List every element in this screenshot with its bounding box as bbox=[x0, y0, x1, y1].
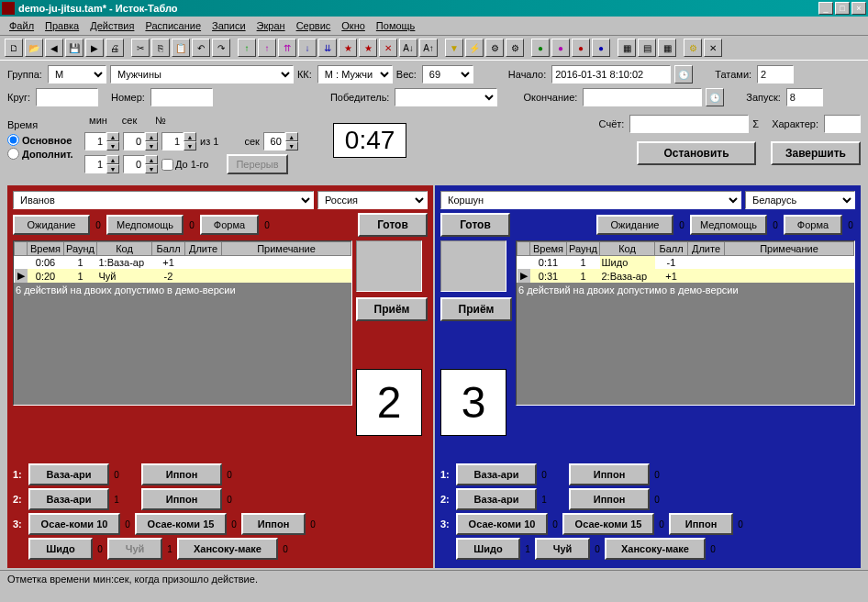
blue-ippon3-button[interactable]: Иппон bbox=[669, 513, 733, 535]
radio-main[interactable]: Основное bbox=[7, 134, 81, 146]
forward-icon[interactable]: ▶ bbox=[85, 39, 104, 57]
red-med-button[interactable]: Медпомощь bbox=[106, 215, 184, 235]
blue-vaza2-button[interactable]: Ваза-ари bbox=[456, 488, 537, 510]
blue-country-select[interactable]: Беларусь bbox=[745, 191, 855, 209]
min-input[interactable] bbox=[84, 132, 106, 150]
win2-icon[interactable]: ▤ bbox=[638, 39, 656, 57]
number-input[interactable] bbox=[150, 88, 213, 106]
sort-icon[interactable]: A↓ bbox=[399, 39, 417, 57]
red-recv-button[interactable]: Приём bbox=[356, 297, 428, 321]
menu-window[interactable]: Окно bbox=[336, 19, 371, 32]
menu-records[interactable]: Записи bbox=[206, 19, 251, 32]
finish-button[interactable]: Завершить bbox=[771, 141, 861, 165]
emin-input[interactable] bbox=[84, 155, 106, 173]
red-shido-button[interactable]: Шидо bbox=[28, 538, 93, 560]
x-icon[interactable]: ✕ bbox=[704, 39, 722, 57]
menu-schedule[interactable]: Расписание bbox=[139, 19, 206, 32]
red-form-button[interactable]: Форма bbox=[200, 215, 259, 235]
end-input[interactable] bbox=[583, 88, 702, 106]
dn2-icon[interactable]: ⇊ bbox=[318, 39, 337, 57]
sec-input[interactable] bbox=[123, 132, 145, 150]
red-osae15-button[interactable]: Осае-коми 15 bbox=[135, 513, 227, 535]
blue-vaza1-button[interactable]: Ваза-ари bbox=[456, 463, 537, 485]
menu-service[interactable]: Сервис bbox=[291, 19, 337, 32]
radio-extra[interactable]: Дополнит. bbox=[7, 148, 81, 160]
blue-recv-button[interactable]: Приём bbox=[440, 297, 512, 321]
paste-icon[interactable]: 📋 bbox=[172, 39, 190, 57]
red-ippon3-button[interactable]: Иппон bbox=[241, 513, 306, 535]
new-icon[interactable]: 🗋 bbox=[5, 39, 23, 57]
cross-icon[interactable]: ✕ bbox=[379, 39, 397, 57]
undo-icon[interactable]: ↶ bbox=[192, 39, 210, 57]
dn-icon[interactable]: ↓ bbox=[298, 39, 317, 57]
red-hansoku-button[interactable]: Хансоку-маке bbox=[177, 538, 278, 560]
save-icon[interactable]: 💾 bbox=[65, 39, 83, 57]
back-icon[interactable]: ◀ bbox=[45, 39, 63, 57]
open-icon[interactable]: 📂 bbox=[25, 39, 43, 57]
menu-screen[interactable]: Экран bbox=[251, 19, 291, 32]
blue-osae10-button[interactable]: Осае-коми 10 bbox=[456, 513, 548, 535]
score-input[interactable] bbox=[629, 115, 749, 133]
blue-ippon1-button[interactable]: Иппон bbox=[569, 463, 650, 485]
esec-input[interactable] bbox=[123, 155, 145, 173]
t2-icon[interactable]: ● bbox=[551, 39, 570, 57]
no-input[interactable] bbox=[161, 132, 184, 150]
cut-icon[interactable]: ✂ bbox=[131, 39, 150, 57]
up-arrow-icon[interactable]: ↑ bbox=[238, 39, 256, 57]
circle-input[interactable] bbox=[36, 88, 98, 106]
blue-name-select[interactable]: Коршун bbox=[440, 191, 741, 209]
red-name-select[interactable]: Иванов bbox=[13, 191, 314, 209]
cfg2-icon[interactable]: ⚙ bbox=[506, 39, 524, 57]
cfg-icon[interactable]: ⚙ bbox=[485, 39, 504, 57]
spin-up-icon[interactable]: ▲ bbox=[106, 132, 119, 141]
copy-icon[interactable]: ⎘ bbox=[151, 39, 170, 57]
minimize-button[interactable]: _ bbox=[818, 2, 833, 15]
tatami-input[interactable] bbox=[757, 65, 794, 84]
break-button[interactable]: Перерыв bbox=[227, 154, 287, 174]
red-ippon2-button[interactable]: Иппон bbox=[141, 488, 222, 510]
doc-icon[interactable]: ▦ bbox=[658, 39, 676, 57]
menu-file[interactable]: Файл bbox=[4, 19, 39, 32]
star2-icon[interactable]: ★ bbox=[359, 39, 377, 57]
gear-icon[interactable]: ⚙ bbox=[684, 39, 702, 57]
end-clock-icon[interactable]: 🕒 bbox=[706, 88, 724, 106]
red-country-select[interactable]: Россия bbox=[317, 191, 428, 209]
star-icon[interactable]: ★ bbox=[339, 39, 357, 57]
weight-select[interactable]: 69 bbox=[422, 65, 473, 84]
maximize-button[interactable]: □ bbox=[835, 2, 850, 15]
blue-ready-button[interactable]: Готов bbox=[440, 213, 510, 237]
blue-med-button[interactable]: Медпомощь bbox=[690, 215, 767, 235]
red-waiting-button[interactable]: Ожидание bbox=[13, 215, 90, 235]
red-ippon1-button[interactable]: Иппон bbox=[141, 463, 222, 485]
red-vaza1-button[interactable]: Ваза-ари bbox=[28, 463, 109, 485]
t3-icon[interactable]: ● bbox=[572, 39, 590, 57]
table-row[interactable]: ▶ 0:3112:Ваза-ар+1 bbox=[517, 269, 854, 283]
blue-ippon2-button[interactable]: Иппон bbox=[569, 488, 650, 510]
filter2-icon[interactable]: ⚡ bbox=[465, 39, 484, 57]
spin-down-icon[interactable]: ▼ bbox=[106, 141, 119, 150]
redo-icon[interactable]: ↷ bbox=[212, 39, 230, 57]
clock-icon[interactable]: 🕒 bbox=[674, 65, 693, 84]
menu-help[interactable]: Помощь bbox=[371, 19, 421, 32]
upto-check[interactable]: До 1-го bbox=[161, 159, 210, 171]
t4-icon[interactable]: ● bbox=[592, 39, 610, 57]
win-icon[interactable]: ▦ bbox=[618, 39, 636, 57]
winner-select[interactable] bbox=[395, 88, 497, 106]
menu-edit[interactable]: Правка bbox=[39, 19, 84, 32]
blue-shido-button[interactable]: Шидо bbox=[456, 538, 520, 560]
sort2-icon[interactable]: A↑ bbox=[419, 39, 438, 57]
table-row[interactable]: ▶ 0:201Чуй-2 bbox=[15, 269, 351, 283]
print-icon[interactable]: 🖨 bbox=[106, 39, 124, 57]
start-input[interactable] bbox=[551, 65, 671, 84]
blue-form-button[interactable]: Форма bbox=[784, 215, 842, 235]
blue-waiting-button[interactable]: Ожидание bbox=[596, 215, 673, 235]
filter-icon[interactable]: ▼ bbox=[445, 39, 463, 57]
blue-osae15-button[interactable]: Осае-коми 15 bbox=[562, 513, 654, 535]
red-osae10-button[interactable]: Осае-коми 10 bbox=[28, 513, 120, 535]
up2-icon[interactable]: ↑ bbox=[258, 39, 276, 57]
sec2-input[interactable] bbox=[263, 132, 285, 150]
t1-icon[interactable]: ● bbox=[531, 39, 550, 57]
h-input[interactable] bbox=[824, 115, 861, 133]
table-row[interactable]: 0:0611:Ваза-ар+1 bbox=[15, 256, 351, 270]
blue-hansoku-button[interactable]: Хансоку-маке bbox=[605, 538, 706, 560]
